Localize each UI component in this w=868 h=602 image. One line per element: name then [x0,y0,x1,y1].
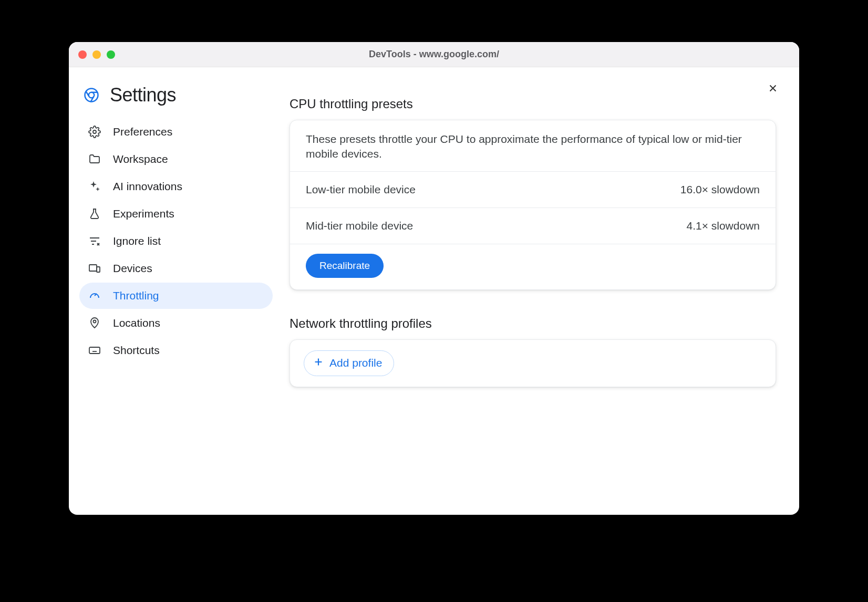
cpu-section-title: CPU throttling presets [290,97,776,111]
add-profile-label: Add profile [329,357,382,369]
sidebar-item-devices[interactable]: Devices [79,255,273,282]
traffic-lights [78,50,115,59]
preset-value: 16.0× slowdown [680,183,760,196]
network-profiles-card: Add profile [290,339,776,387]
cpu-presets-card: These presets throttle your CPU to appro… [290,120,776,290]
preset-row-mid-tier: Mid-tier mobile device 4.1× slowdown [290,207,776,244]
flask-icon [88,207,101,221]
minimize-window-button[interactable] [92,50,101,59]
sidebar-item-throttling[interactable]: Throttling [79,283,273,309]
close-icon [767,82,779,94]
folder-icon [88,152,101,166]
keyboard-icon [88,344,101,357]
sidebar: Settings Preferences Workspace AI innova… [69,67,279,515]
svg-rect-3 [89,265,97,271]
window-title: DevTools - www.google.com/ [69,49,799,60]
maximize-window-button[interactable] [107,50,115,59]
network-section-title: Network throttling profiles [290,316,776,331]
sidebar-item-ai-innovations[interactable]: AI innovations [79,173,273,200]
add-profile-button[interactable]: Add profile [304,350,394,376]
sidebar-item-experiments[interactable]: Experiments [79,201,273,227]
filter-x-icon [88,234,101,248]
sidebar-item-shortcuts[interactable]: Shortcuts [79,337,273,364]
settings-nav: Preferences Workspace AI innovations Exp… [79,119,273,364]
sidebar-item-label: Preferences [113,126,172,138]
sidebar-item-label: Throttling [113,289,159,302]
svg-rect-4 [97,267,100,272]
sidebar-item-label: Locations [113,317,160,329]
cpu-card-footer: Recalibrate [290,244,776,289]
gauge-icon [88,289,101,303]
sidebar-item-preferences[interactable]: Preferences [79,119,273,145]
pin-icon [88,316,101,330]
main-panel: CPU throttling presets These presets thr… [279,67,799,515]
sparkles-icon [88,180,101,193]
recalibrate-button[interactable]: Recalibrate [306,254,384,278]
svg-point-2 [93,130,96,133]
sidebar-item-workspace[interactable]: Workspace [79,146,273,172]
svg-rect-6 [89,347,100,354]
content-area: Settings Preferences Workspace AI innova… [69,67,799,515]
sidebar-item-label: AI innovations [113,180,182,193]
sidebar-header: Settings [79,80,273,119]
close-panel-button[interactable] [763,79,782,98]
chrome-icon [84,87,99,103]
sidebar-item-label: Experiments [113,207,174,220]
preset-name: Mid-tier mobile device [306,220,413,232]
plus-icon [313,356,324,370]
titlebar: DevTools - www.google.com/ [69,42,799,67]
devices-icon [88,262,101,275]
gear-icon [88,125,101,139]
devtools-settings-window: DevTools - www.google.com/ Settings Pref… [69,42,799,515]
svg-point-5 [94,320,96,323]
sidebar-item-locations[interactable]: Locations [79,310,273,336]
preset-row-low-tier: Low-tier mobile device 16.0× slowdown [290,171,776,207]
sidebar-item-label: Workspace [113,153,168,165]
sidebar-item-label: Devices [113,262,152,275]
close-window-button[interactable] [78,50,87,59]
preset-name: Low-tier mobile device [306,183,416,196]
sidebar-item-ignore-list[interactable]: Ignore list [79,228,273,254]
sidebar-item-label: Shortcuts [113,344,160,357]
preset-value: 4.1× slowdown [686,220,760,232]
page-title: Settings [110,84,176,106]
sidebar-item-label: Ignore list [113,235,161,247]
cpu-presets-description: These presets throttle your CPU to appro… [290,120,776,171]
